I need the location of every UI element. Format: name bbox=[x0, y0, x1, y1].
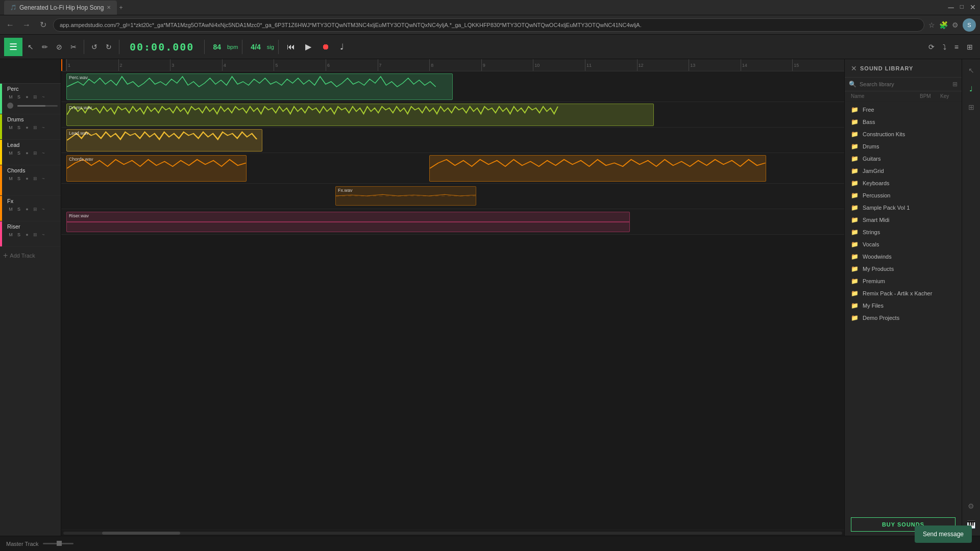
track-solo-drums[interactable]: S bbox=[15, 124, 22, 131]
library-item-remix-pack[interactable]: 📁 Remix Pack - Artik x Kacher bbox=[845, 287, 962, 299]
active-tab[interactable]: 🎵 Generated Lo-Fi Hip Hop Song ✕ bbox=[4, 1, 117, 15]
track-volume-knob-perc[interactable] bbox=[7, 103, 13, 109]
track-solo-lead[interactable]: S bbox=[15, 149, 22, 157]
record-button[interactable]: ⏺ bbox=[317, 40, 334, 54]
track-fx-riser[interactable]: ⊞ bbox=[32, 231, 39, 238]
select-tool-button[interactable]: ↖ bbox=[24, 41, 37, 53]
quantize-button[interactable]: ⊞ bbox=[964, 41, 976, 53]
tab-close-icon[interactable]: ✕ bbox=[107, 5, 111, 10]
search-input[interactable] bbox=[860, 81, 949, 87]
track-automation-chords[interactable]: ~ bbox=[40, 175, 47, 182]
track-automation-lead[interactable]: ~ bbox=[40, 149, 47, 157]
track-volume-fader-perc[interactable] bbox=[17, 105, 58, 107]
track-fx-chords[interactable]: ⊞ bbox=[32, 175, 39, 182]
track-automation-drums[interactable]: ~ bbox=[40, 124, 47, 131]
new-tab-button[interactable]: + bbox=[119, 4, 122, 11]
send-message-button[interactable]: Send message bbox=[915, 525, 972, 543]
pencil-tool-button[interactable]: ✏ bbox=[39, 41, 51, 53]
track-solo-fx[interactable]: S bbox=[15, 206, 22, 213]
library-item-sample-pack[interactable]: 📁 Sample Pack Vol 1 bbox=[845, 202, 962, 214]
clip-drums[interactable]: Drums.wav bbox=[66, 104, 654, 126]
library-item-percussion[interactable]: 📁 Percussion bbox=[845, 189, 962, 202]
filter-icon[interactable]: ⊞ bbox=[952, 81, 958, 88]
cut-tool-button[interactable]: ✂ bbox=[67, 41, 80, 53]
redo-button[interactable]: ↻ bbox=[103, 41, 115, 53]
library-item-guitars[interactable]: 📁 Guitars bbox=[845, 153, 962, 165]
library-item-woodwinds[interactable]: 📁 Woodwinds bbox=[845, 251, 962, 263]
extension-icon[interactable]: 🧩 bbox=[939, 21, 948, 29]
right-icon-library[interactable]: ♩ bbox=[964, 82, 978, 96]
track-solo-perc[interactable]: S bbox=[15, 93, 22, 101]
track-fx-drums[interactable]: ⊞ bbox=[32, 124, 39, 131]
add-track-button[interactable]: + Add Track bbox=[0, 247, 61, 264]
track-automation-fx[interactable]: ~ bbox=[40, 206, 47, 213]
time-sig-control[interactable]: 4/4 sig bbox=[247, 43, 274, 51]
library-item-my-products[interactable]: 📁 My Products bbox=[845, 263, 962, 275]
clip-chords-2[interactable] bbox=[429, 155, 766, 182]
address-bar[interactable]: app.ampedstudio.com/?_gl=1*zkt20c*_ga*MT… bbox=[53, 18, 924, 32]
track-solo-chords[interactable]: S bbox=[15, 175, 22, 182]
mix-button[interactable]: ≡ bbox=[951, 41, 962, 53]
track-mute-chords[interactable]: M bbox=[7, 175, 14, 182]
library-search-bar[interactable]: 🔍 ⊞ bbox=[845, 78, 962, 91]
profile-avatar[interactable]: S bbox=[963, 18, 976, 32]
minimize-button[interactable]: ─ bbox=[948, 3, 953, 12]
track-mute-riser[interactable]: M bbox=[7, 231, 14, 238]
track-mute-fx[interactable]: M bbox=[7, 206, 14, 213]
track-solo-riser[interactable]: S bbox=[15, 231, 22, 238]
metronome-button[interactable]: ♩ bbox=[336, 40, 348, 54]
back-button[interactable]: ← bbox=[4, 20, 16, 30]
clip-chords-1[interactable]: Chords.wav bbox=[66, 155, 247, 182]
track-fx-lead[interactable]: ⊞ bbox=[32, 149, 39, 157]
maximize-button[interactable]: □ bbox=[960, 3, 964, 12]
track-arm-riser[interactable]: ● bbox=[23, 231, 31, 238]
track-arm-fx[interactable]: ● bbox=[23, 206, 31, 213]
track-automation-perc[interactable]: ~ bbox=[40, 93, 47, 101]
play-button[interactable]: ▶ bbox=[301, 40, 315, 54]
library-item-jamgrid[interactable]: 📁 JamGrid bbox=[845, 165, 962, 177]
clip-fx[interactable]: Fx.wav bbox=[335, 186, 476, 206]
library-close-icon[interactable]: ✕ bbox=[851, 64, 857, 72]
bpm-control[interactable]: 84 bpm bbox=[209, 43, 238, 51]
library-item-smart-midi[interactable]: 📁 Smart Midi bbox=[845, 214, 962, 226]
right-icon-cursor[interactable]: ↖ bbox=[964, 63, 978, 78]
library-item-bass[interactable]: 📁 Bass bbox=[845, 116, 962, 128]
library-item-my-files[interactable]: 📁 My Files bbox=[845, 299, 962, 312]
library-item-premium[interactable]: 📁 Premium bbox=[845, 275, 962, 287]
forward-button[interactable]: → bbox=[20, 20, 33, 30]
horizontal-scrollbar[interactable] bbox=[61, 530, 844, 536]
library-item-free[interactable]: 📁 Free bbox=[845, 104, 962, 116]
library-item-drums[interactable]: 📁 Drums bbox=[845, 140, 962, 153]
library-item-strings[interactable]: 📁 Strings bbox=[845, 226, 962, 238]
library-item-construction-kits[interactable]: 📁 Construction Kits bbox=[845, 128, 962, 140]
library-item-keyboards[interactable]: 📁 Keyboards bbox=[845, 177, 962, 189]
eraser-tool-button[interactable]: ⊘ bbox=[53, 41, 65, 53]
track-mute-perc[interactable]: M bbox=[7, 93, 14, 101]
library-item-vocals[interactable]: 📁 Vocals bbox=[845, 238, 962, 251]
track-arm-lead[interactable]: ● bbox=[23, 149, 31, 157]
settings-icon[interactable]: ⚙ bbox=[952, 21, 959, 29]
library-item-demo-projects[interactable]: 📁 Demo Projects bbox=[845, 312, 962, 324]
punch-in-button[interactable]: ⤵ bbox=[940, 41, 949, 53]
menu-button[interactable]: ☰ bbox=[4, 38, 22, 56]
right-icon-mixer[interactable]: ⊞ bbox=[964, 100, 978, 114]
clip-perc[interactable]: Perc.wav bbox=[66, 73, 453, 100]
track-automation-riser[interactable]: ~ bbox=[40, 231, 47, 238]
right-icon-settings[interactable]: ⚙ bbox=[964, 499, 978, 513]
clip-lead[interactable]: Lead.wav bbox=[66, 129, 262, 152]
track-mute-lead[interactable]: M bbox=[7, 149, 14, 157]
close-button[interactable]: ✕ bbox=[970, 3, 976, 12]
rewind-button[interactable]: ⏮ bbox=[283, 40, 299, 54]
scroll-thumb[interactable] bbox=[102, 532, 180, 535]
loop-button[interactable]: ⟳ bbox=[925, 41, 938, 53]
track-arm-drums[interactable]: ● bbox=[23, 124, 31, 131]
track-fx-fx[interactable]: ⊞ bbox=[32, 206, 39, 213]
track-mute-drums[interactable]: M bbox=[7, 124, 14, 131]
undo-button[interactable]: ↺ bbox=[88, 41, 101, 53]
bookmark-icon[interactable]: ☆ bbox=[928, 21, 935, 29]
track-arm-perc[interactable]: ● bbox=[23, 93, 31, 101]
track-arm-chords[interactable]: ● bbox=[23, 175, 31, 182]
track-fx-perc[interactable]: ⊞ bbox=[32, 93, 39, 101]
refresh-button[interactable]: ↻ bbox=[37, 20, 49, 30]
clip-riser[interactable]: Riser.wav bbox=[66, 212, 630, 232]
